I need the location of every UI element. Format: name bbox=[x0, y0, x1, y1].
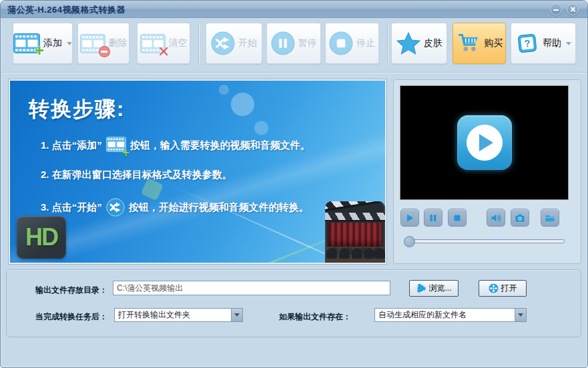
preview-panel bbox=[393, 79, 581, 264]
app-window: 蒲公英-H.264视频格式转换器 + 添加 删除 ✕ 清空 开始 bbox=[0, 0, 588, 368]
browse-button[interactable]: 浏览... bbox=[409, 280, 459, 297]
open-button-label: 打开 bbox=[501, 283, 517, 294]
video-preview bbox=[400, 85, 569, 200]
plus-icon: + bbox=[35, 44, 44, 57]
minimize-icon bbox=[553, 9, 559, 11]
help-icon: ? bbox=[515, 31, 539, 55]
step-1-text: 按钮，输入需要转换的视频和音频文件。 bbox=[130, 139, 310, 152]
add-film-icon-inline: + bbox=[106, 137, 126, 154]
step-2: 2. 在新弹出窗口选择目标格式及转换参数。 bbox=[41, 169, 232, 181]
clear-button-label: 清空 bbox=[169, 37, 188, 49]
add-film-icon: + bbox=[13, 33, 40, 53]
conversion-steps-panel: 转换步骤: 1. 点击“添加” + 按钮，输入需要转换的视频和音频文件。 2. … bbox=[9, 79, 386, 264]
open-output-button[interactable]: 打开 bbox=[479, 280, 527, 297]
seek-slider-track[interactable] bbox=[404, 239, 565, 243]
dropdown-arrow-icon[interactable] bbox=[231, 309, 242, 321]
dropdown-arrow-icon[interactable] bbox=[515, 309, 526, 321]
seek-slider-knob[interactable] bbox=[404, 236, 415, 247]
snapshot-button[interactable] bbox=[511, 209, 529, 227]
minus-icon bbox=[99, 46, 110, 57]
start-button-label: 开始 bbox=[238, 37, 257, 49]
x-icon: ✕ bbox=[158, 45, 170, 59]
help-button-label: 帮助 bbox=[543, 37, 561, 49]
plus-icon: + bbox=[122, 148, 129, 157]
volume-button[interactable] bbox=[487, 209, 505, 227]
star-icon bbox=[396, 32, 420, 55]
chevron-down-icon bbox=[67, 42, 72, 45]
titlebar: 蒲公英-H.264视频格式转换器 bbox=[1, 1, 587, 18]
speaker-icon bbox=[491, 213, 501, 223]
play-overlay-button[interactable] bbox=[457, 115, 512, 170]
cinema-clapper-icon bbox=[325, 201, 385, 263]
after-task-select[interactable]: 打开转换输出文件夹 bbox=[114, 308, 243, 322]
step-3-text: 3. 点击“开始” bbox=[41, 201, 102, 214]
start-shuffle-icon-inline bbox=[106, 198, 125, 217]
add-button-label: 添加 bbox=[43, 37, 62, 49]
aperture-icon bbox=[416, 283, 426, 293]
buy-button-label: 购买 bbox=[485, 37, 503, 49]
chevron-down-icon bbox=[566, 42, 571, 45]
step-2-text: 2. 在新弹出窗口选择目标格式及转换参数。 bbox=[41, 169, 232, 181]
skin-button-label: 皮肤 bbox=[424, 37, 443, 49]
stop-icon bbox=[452, 213, 463, 223]
steps-heading: 转换步骤: bbox=[29, 95, 125, 123]
step-1-text: 1. 点击“添加” bbox=[41, 139, 102, 152]
after-task-value: 打开转换输出文件夹 bbox=[115, 309, 231, 321]
toolbar-separator bbox=[198, 23, 199, 63]
remove-button[interactable]: 删除 bbox=[77, 23, 129, 64]
file-exists-value: 自动生成相应的新文件名 bbox=[375, 309, 515, 321]
player-pause-button[interactable] bbox=[424, 209, 443, 227]
player-stop-button[interactable] bbox=[448, 209, 467, 227]
play-icon bbox=[467, 125, 503, 161]
file-exists-label: 如果输出文件存在： bbox=[279, 311, 351, 323]
cart-icon bbox=[456, 32, 481, 55]
close-button[interactable] bbox=[567, 3, 579, 15]
stop-button[interactable]: 停止 bbox=[325, 23, 379, 64]
stop-button-label: 停止 bbox=[356, 37, 375, 49]
pause-icon bbox=[428, 213, 438, 223]
window-title: 蒲公英-H.264视频格式转换器 bbox=[7, 4, 125, 16]
camera-icon bbox=[515, 213, 525, 223]
browse-button-label: 浏览... bbox=[428, 283, 451, 294]
pause-button[interactable]: 暂停 bbox=[266, 23, 321, 64]
pause-icon bbox=[271, 31, 295, 55]
skin-button[interactable]: 皮肤 bbox=[391, 23, 447, 64]
add-button[interactable]: + 添加 bbox=[13, 23, 73, 64]
output-dir-input[interactable] bbox=[113, 281, 390, 295]
remove-film-icon bbox=[80, 34, 105, 53]
svg-text:?: ? bbox=[524, 38, 531, 49]
help-button[interactable]: ? 帮助 bbox=[511, 23, 576, 64]
output-dir-label: 输出文件存放目录： bbox=[35, 285, 107, 296]
step-1: 1. 点击“添加” + 按钮，输入需要转换的视频和音频文件。 bbox=[41, 137, 310, 154]
after-task-label: 当完成转换任务后： bbox=[35, 311, 107, 323]
step-3: 3. 点击“开始” 按钮，开始进行视频和音频文件的转换。 bbox=[41, 198, 309, 217]
stop-icon bbox=[329, 31, 353, 55]
step-3-text: 按钮，开始进行视频和音频文件的转换。 bbox=[129, 201, 309, 214]
toolbar-divider bbox=[1, 72, 587, 73]
start-button[interactable]: 开始 bbox=[206, 23, 262, 64]
open-folder-button[interactable] bbox=[541, 209, 559, 227]
minimize-button[interactable] bbox=[550, 3, 562, 15]
clear-button[interactable]: ✕ 清空 bbox=[137, 23, 190, 64]
folder-icon bbox=[545, 213, 555, 223]
clear-film-icon: ✕ bbox=[140, 34, 166, 53]
film-reel-icon bbox=[489, 283, 499, 293]
toolbar-separator bbox=[387, 23, 388, 63]
pause-button-label: 暂停 bbox=[298, 37, 317, 49]
file-exists-select[interactable]: 自动生成相应的新文件名 bbox=[374, 308, 527, 322]
start-shuffle-icon bbox=[211, 31, 235, 55]
remove-button-label: 删除 bbox=[109, 37, 127, 49]
buy-button[interactable]: 购买 bbox=[453, 23, 506, 64]
player-play-button[interactable] bbox=[400, 209, 419, 227]
play-icon bbox=[404, 213, 415, 223]
hd-badge: HD bbox=[17, 216, 66, 259]
